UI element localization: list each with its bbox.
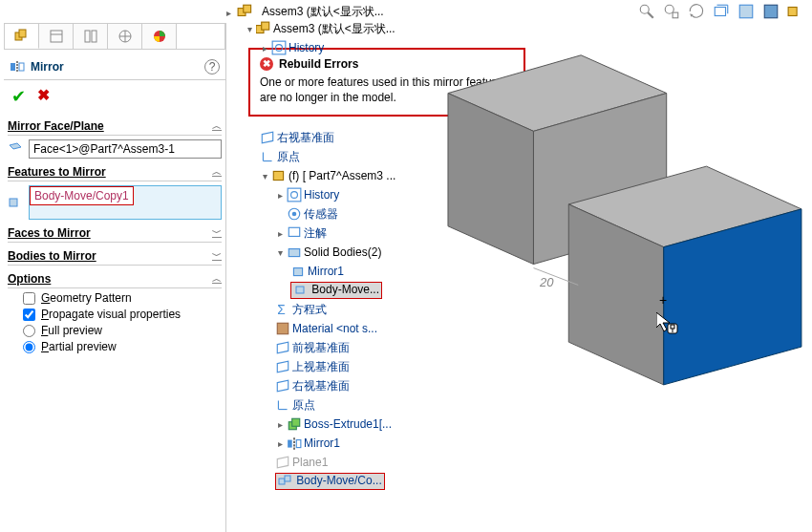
expand-icon[interactable]: ▸: [275, 419, 285, 430]
tab-display-mgr[interactable]: [142, 24, 177, 49]
svg-rect-30: [272, 41, 286, 54]
svg-rect-27: [10, 199, 17, 206]
svg-rect-41: [288, 249, 299, 257]
svg-point-31: [276, 45, 283, 52]
ok-button[interactable]: ✔: [11, 86, 26, 107]
tab-dimxpert[interactable]: [108, 24, 142, 49]
svg-text:Σ: Σ: [277, 303, 285, 317]
tree-sensors[interactable]: 传感器: [304, 206, 338, 223]
graphics-viewport[interactable]: [420, 19, 812, 532]
tree-body-move-selected[interactable]: Body-Move...: [290, 282, 382, 299]
section-bodies-to-mirror[interactable]: Bodies to Mirror﹀: [8, 246, 222, 266]
feature-tree[interactable]: ▾Assem3 (默认<显示状... ▸History 右视基准面 原点 ▾(f…: [245, 19, 445, 532]
body-icon: [293, 283, 309, 298]
zoom-window-icon[interactable]: [663, 3, 680, 20]
mirror-face-field[interactable]: Face<1>@Part7^Assem3-1: [29, 139, 222, 159]
propagate-checkbox[interactable]: [23, 309, 35, 321]
section-mirror-face[interactable]: Mirror Face/Plane︿: [8, 117, 222, 136]
svg-rect-15: [51, 31, 62, 42]
svg-marker-46: [277, 342, 288, 352]
origin-icon: [275, 397, 290, 413]
tree-boss-extrude[interactable]: Boss-Extrude1[...: [304, 417, 392, 431]
property-panel: Mirror ? ✔ ✖ Mirror Face/Plane︿ Face<1>@…: [4, 23, 226, 532]
svg-marker-32: [262, 132, 272, 142]
svg-rect-43: [296, 287, 304, 293]
collapse-icon[interactable]: ▾: [260, 171, 269, 181]
tab-feature-tree[interactable]: [5, 24, 39, 49]
svg-rect-11: [764, 5, 778, 18]
sensors-icon: [287, 206, 302, 222]
tree-top-plane[interactable]: 上视基准面: [292, 359, 350, 375]
collapse-icon[interactable]: ▾: [275, 247, 285, 258]
expand-icon[interactable]: ▸: [275, 438, 285, 449]
collapse-panel-icon[interactable]: ▸: [226, 8, 231, 18]
chevron-up-icon: ︿: [212, 119, 222, 133]
tree-history[interactable]: History: [288, 41, 324, 54]
svg-marker-26: [10, 143, 21, 149]
section-faces-to-mirror[interactable]: Faces to Mirror﹀: [8, 223, 222, 243]
tree-mirror1-body[interactable]: Mirror1: [308, 265, 344, 278]
plane-icon: [275, 340, 290, 355]
tree-origin-part[interactable]: 原点: [292, 397, 315, 414]
plane-icon: [275, 455, 290, 470]
tree-front-plane[interactable]: 前视基准面: [292, 340, 350, 356]
svg-marker-48: [277, 380, 288, 391]
tree-solid-bodies[interactable]: Solid Bodies(2): [304, 245, 381, 259]
svg-rect-58: [285, 476, 290, 481]
solid-bodies-icon: [287, 245, 302, 260]
tree-plane1[interactable]: Plane1: [292, 456, 328, 469]
tree-mirror1-feature[interactable]: Mirror1: [304, 436, 340, 450]
svg-rect-17: [85, 31, 90, 42]
expand-icon[interactable]: ▸: [260, 43, 269, 53]
svg-rect-12: [788, 8, 797, 16]
svg-rect-7: [715, 8, 725, 16]
scene-icon[interactable]: [787, 3, 804, 20]
assembly-icon: [256, 21, 271, 36]
svg-rect-42: [293, 268, 302, 276]
expand-icon[interactable]: ▸: [275, 190, 285, 201]
plane-icon: [275, 359, 290, 374]
tree-part-history[interactable]: History: [304, 188, 339, 202]
features-list[interactable]: Body-Move/Copy1: [29, 185, 222, 220]
tree-body-move-copy-selected[interactable]: Body-Move/Co...: [275, 473, 385, 490]
collapse-icon[interactable]: ▾: [245, 24, 254, 34]
tree-part[interactable]: (f) [ Part7^Assem3 ...: [288, 169, 395, 182]
tab-config-mgr[interactable]: [74, 24, 108, 49]
svg-rect-5: [673, 12, 678, 18]
annotations-icon: [287, 225, 302, 241]
hide-show-icon[interactable]: [737, 3, 755, 20]
feature-item-body-move-copy[interactable]: Body-Move/Copy1: [30, 186, 134, 205]
tree-origin[interactable]: 原点: [277, 149, 300, 165]
cancel-button[interactable]: ✖: [37, 86, 50, 107]
history-icon: [287, 187, 302, 202]
crosshair-icon: +: [659, 292, 667, 308]
tree-right-plane[interactable]: 右视基准面: [277, 130, 334, 146]
history-icon: [271, 40, 287, 55]
tree-equations[interactable]: 方程式: [292, 302, 327, 318]
svg-rect-29: [262, 22, 269, 30]
appearance-icon[interactable]: [762, 3, 780, 20]
tree-right-plane[interactable]: 右视基准面: [292, 378, 350, 394]
origin-icon: [260, 149, 275, 164]
tab-property-mgr[interactable]: [39, 24, 74, 49]
tree-material[interactable]: Material <not s...: [292, 322, 377, 335]
equations-icon: Σ: [275, 302, 290, 317]
partial-preview-radio[interactable]: [23, 341, 35, 353]
section-features[interactable]: Features to Mirror︿: [8, 162, 222, 181]
tree-root[interactable]: Assem3 (默认<显示状...: [273, 21, 395, 37]
tree-annotations[interactable]: 注解: [304, 225, 327, 242]
full-preview-radio[interactable]: [23, 325, 35, 337]
svg-rect-36: [288, 188, 301, 202]
display-style-icon[interactable]: [713, 3, 730, 20]
propagate-label: Propagate visual properties: [41, 308, 181, 321]
material-icon: [275, 321, 290, 336]
zoom-fit-icon[interactable]: [638, 3, 655, 20]
expand-icon[interactable]: ▸: [275, 228, 285, 239]
section-options[interactable]: Options︿: [8, 269, 222, 288]
rotate-view-icon[interactable]: [688, 3, 705, 20]
geometry-pattern-checkbox[interactable]: [23, 292, 35, 305]
help-icon[interactable]: ?: [204, 59, 220, 74]
part-icon: [271, 168, 287, 183]
svg-marker-56: [277, 457, 288, 467]
svg-rect-40: [288, 227, 299, 236]
